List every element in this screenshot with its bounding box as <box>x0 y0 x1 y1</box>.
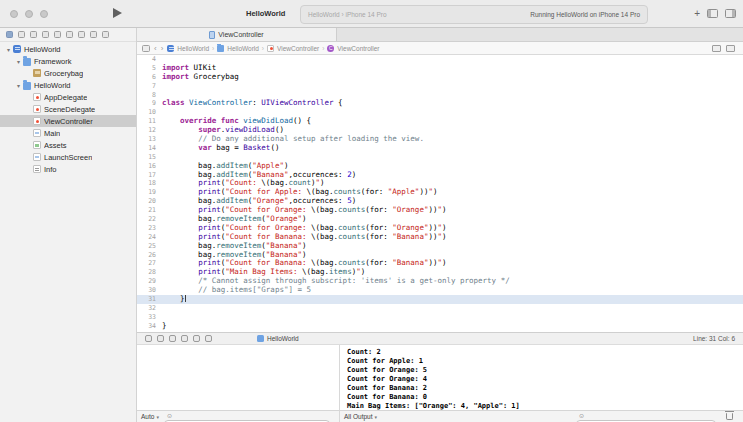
code-line[interactable]: 32 <box>137 304 743 313</box>
sidebar-item-helloworld[interactable]: ▾HelloWorld <box>0 79 136 91</box>
line-number[interactable]: 19 <box>137 188 162 197</box>
code-line[interactable]: 31 } <box>137 295 743 304</box>
code-line[interactable]: 33 <box>137 313 743 322</box>
back-icon[interactable] <box>154 43 157 54</box>
toolbar-right-icons: + <box>694 9 736 18</box>
line-number[interactable]: 18 <box>137 179 162 188</box>
breadcrumb-item[interactable]: ViewController <box>327 45 379 52</box>
code-line[interactable]: 9class ViewController: UIViewController … <box>137 99 743 108</box>
line-number[interactable]: 9 <box>137 99 162 108</box>
code-line[interactable]: 4 <box>137 55 743 64</box>
line-number[interactable]: 29 <box>137 277 162 286</box>
line-number[interactable]: 4 <box>137 55 162 64</box>
run-button[interactable] <box>113 8 122 18</box>
disclosure-triangle-icon[interactable]: ▾ <box>14 58 23 65</box>
output-scope-dropdown[interactable]: All Output <box>344 413 377 420</box>
line-number[interactable]: 5 <box>137 64 162 73</box>
sidebar-item-helloworld[interactable]: ▾HelloWorld <box>0 43 136 55</box>
sidebar-item-appdelegate[interactable]: AppDelegate <box>0 91 136 103</box>
sidebar-item-viewcontroller[interactable]: ViewController <box>0 115 136 127</box>
scheme-button[interactable]: HelloWorld <box>246 9 285 18</box>
storyboard-icon <box>33 153 41 161</box>
project-navigator-icon[interactable] <box>6 31 13 38</box>
line-number[interactable]: 11 <box>137 117 162 126</box>
close-window-button[interactable] <box>10 10 18 18</box>
line-number[interactable]: 34 <box>137 322 162 331</box>
activate-breakpoints-icon[interactable] <box>157 335 164 342</box>
line-number[interactable]: 6 <box>137 73 162 82</box>
line-number[interactable]: 13 <box>137 135 162 144</box>
line-number[interactable]: 20 <box>137 197 162 206</box>
line-number[interactable]: 7 <box>137 82 162 91</box>
step-into-icon[interactable] <box>193 335 200 342</box>
code-text: } <box>162 295 186 304</box>
inspector-toggle-icon[interactable] <box>725 9 736 18</box>
breadcrumb-item[interactable]: ViewController <box>267 45 319 52</box>
sidebar-item-scenedelegate[interactable]: SceneDelegate <box>0 103 136 115</box>
sidebar-item-grocerybag[interactable]: Grocerybag <box>0 67 136 79</box>
line-number[interactable]: 23 <box>137 224 162 233</box>
trash-icon[interactable] <box>726 413 733 420</box>
line-number[interactable]: 15 <box>137 153 162 162</box>
step-out-icon[interactable] <box>205 335 212 342</box>
continue-execution-icon[interactable] <box>169 335 176 342</box>
breadcrumb-item[interactable]: HelloWorld <box>217 44 259 52</box>
sidebar-item-info[interactable]: Info <box>0 163 136 175</box>
line-number[interactable]: 14 <box>137 144 162 153</box>
code-line[interactable]: 30 // bag.items["Graps"] = 5 <box>137 286 743 295</box>
variables-view <box>137 345 340 410</box>
hide-debug-area-icon[interactable] <box>145 335 152 342</box>
add-editor-icon[interactable] <box>726 45 735 52</box>
line-number[interactable]: 21 <box>137 206 162 215</box>
report-navigator-icon[interactable] <box>102 31 109 38</box>
breadcrumb-item[interactable]: HelloWorld <box>167 45 209 52</box>
issue-navigator-icon[interactable] <box>54 31 61 38</box>
symbol-navigator-icon[interactable] <box>30 31 37 38</box>
process-scope[interactable]: HelloWorld <box>257 335 299 342</box>
tab-viewcontroller[interactable]: ViewController <box>137 28 337 41</box>
sidebar-item-assets[interactable]: Assets <box>0 139 136 151</box>
line-number[interactable]: 32 <box>137 304 162 313</box>
code-line[interactable]: 34} <box>137 322 743 331</box>
debug-navigator-icon[interactable] <box>78 31 85 38</box>
line-number[interactable]: 30 <box>137 286 162 295</box>
code-text: } <box>162 322 167 331</box>
line-number[interactable]: 8 <box>137 91 162 100</box>
line-number[interactable]: 22 <box>137 215 162 224</box>
line-number[interactable]: 12 <box>137 126 162 135</box>
adjust-editor-icon[interactable] <box>712 45 721 52</box>
test-navigator-icon[interactable] <box>66 31 73 38</box>
code-line[interactable]: 6import Grocerybag <box>137 73 743 82</box>
code-area[interactable]: 45import UIKit6import Grocerybag789class… <box>137 55 743 332</box>
line-number[interactable]: 17 <box>137 171 162 180</box>
line-number[interactable]: 16 <box>137 162 162 171</box>
line-number[interactable]: 28 <box>137 268 162 277</box>
line-number[interactable]: 24 <box>137 233 162 242</box>
split-editor-icon[interactable] <box>707 9 718 18</box>
breakpoint-navigator-icon[interactable] <box>90 31 97 38</box>
line-number[interactable]: 33 <box>137 313 162 322</box>
line-number[interactable]: 27 <box>137 259 162 268</box>
line-number[interactable]: 10 <box>137 108 162 117</box>
sidebar-item-launchscreen[interactable]: LaunchScreen <box>0 151 136 163</box>
line-number[interactable]: 25 <box>137 242 162 251</box>
library-plus-icon[interactable]: + <box>694 9 700 18</box>
minimize-window-button[interactable] <box>25 10 33 18</box>
related-items-icon[interactable] <box>142 45 150 52</box>
disclosure-triangle-icon[interactable]: ▾ <box>4 46 13 53</box>
sidebar-item-framework[interactable]: ▾Framework <box>0 55 136 67</box>
find-navigator-icon[interactable] <box>42 31 49 38</box>
step-over-icon[interactable] <box>181 335 188 342</box>
code-line[interactable]: 7 <box>137 82 743 91</box>
forward-icon[interactable] <box>161 43 164 54</box>
line-number[interactable]: 26 <box>137 251 162 260</box>
source-control-navigator-icon[interactable] <box>18 31 25 38</box>
jump-bar-right-icons <box>712 45 738 52</box>
disclosure-triangle-icon[interactable]: ▾ <box>14 82 23 89</box>
xcode-window: HelloWorld HelloWorld › iPhone 14 Pro Ru… <box>0 0 743 422</box>
zoom-window-button[interactable] <box>40 10 48 18</box>
sidebar-item-main[interactable]: Main <box>0 127 136 139</box>
line-number[interactable]: 31 <box>137 295 162 304</box>
code-line[interactable]: 14 var bag = Basket() <box>137 144 743 153</box>
variables-scope-dropdown[interactable]: Auto <box>141 413 159 420</box>
